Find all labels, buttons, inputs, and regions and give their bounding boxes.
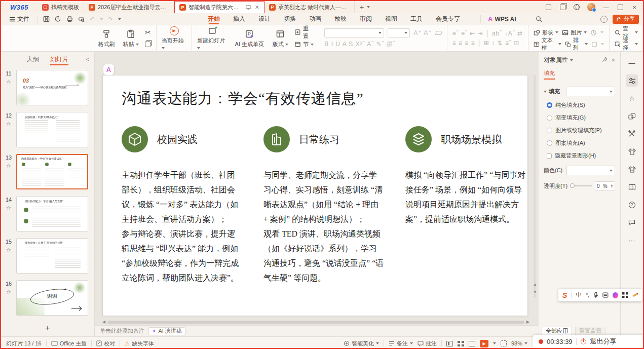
picture-button[interactable]: 图片 [562, 28, 587, 37]
slideshow-play-button[interactable]: ▶ [480, 340, 488, 347]
smart-beautify-button[interactable]: 智能美化 [344, 340, 379, 347]
transparency-slider[interactable] [571, 185, 592, 186]
column-body-campus[interactable]: 主动担任学生干部（班长、社团部长），组织班级活动、社团会议，锻炼 “一对多” 表… [122, 168, 242, 285]
paste-caret-icon[interactable] [136, 44, 139, 46]
tab-tools[interactable]: 工具 [410, 13, 423, 25]
apps-grid-icon[interactable] [622, 292, 628, 298]
skin-icon[interactable] [613, 292, 619, 298]
section-button[interactable]: 节 [294, 40, 314, 49]
vertical-scrollbar[interactable] [533, 75, 537, 298]
design-clothes-icon[interactable] [626, 145, 638, 158]
comment-bubble-icon[interactable] [626, 216, 638, 228]
fill-tab[interactable]: 填充 [544, 69, 555, 80]
ai-generate-page-button[interactable]: P AI 生成单页 [233, 27, 266, 50]
file-menu[interactable]: 文件 [5, 15, 33, 23]
cut-button[interactable]: ✂ [145, 28, 151, 37]
close-button[interactable]: × [631, 4, 638, 11]
column-head-daily[interactable]: 日常练习 [263, 126, 384, 152]
exit-share-button[interactable]: 退出分享 [590, 337, 617, 346]
window-stack-icon[interactable] [559, 4, 566, 11]
search-icon[interactable] [536, 16, 542, 22]
workspace-icon[interactable] [545, 4, 552, 11]
section-expand-caret-icon[interactable] [544, 91, 547, 93]
reset-background-button[interactable]: 重置背景 [575, 327, 605, 335]
slide-canvas[interactable]: 沟通表达能力：学会“有效传递信息” 校园实践 日常练习 [102, 75, 528, 316]
shapes-button[interactable]: 形状 [534, 28, 558, 37]
arrange-button[interactable]: 排列 [565, 40, 588, 49]
outline-tab[interactable]: 大纲 [27, 52, 39, 67]
pin-icon[interactable] [602, 57, 608, 62]
tab-pptx-2[interactable]: P 承英烈之志 做时代新人——红色故 [264, 1, 355, 13]
chinese-mode-icon[interactable]: 中 [576, 291, 582, 299]
tab-insert[interactable]: 插入 [233, 13, 245, 25]
panel-title-caret-icon[interactable] [570, 59, 573, 61]
find-button[interactable]: 查找 [615, 28, 638, 37]
tab-animation[interactable]: 动画 [309, 13, 321, 25]
punctuation-icon[interactable]: °, [586, 292, 589, 298]
slide-thumb-14[interactable]: 14 ☆ 团队协作能力：学会“融入与合作” [1, 196, 94, 231]
tab-pptx-1[interactable]: P 2026届毕业生就业指导云服务.pptx [84, 1, 174, 13]
color-combo[interactable] [566, 166, 615, 175]
toolbox-icon[interactable] [632, 292, 638, 298]
sogou-logo-icon[interactable]: S [562, 291, 567, 299]
column-head-campus[interactable]: 校园实践 [122, 126, 242, 152]
slides-tab[interactable]: 幻灯片 [50, 52, 68, 67]
missing-font-warning[interactable]: ⚠ 缺失字体 [125, 340, 154, 347]
reading-view-icon[interactable] [469, 341, 475, 346]
slide-thumb-13-selected[interactable]: 13 ☆ 沟通表达能力：学会“有效传递信息” [1, 154, 94, 189]
tab-design[interactable]: 设计 [258, 13, 271, 25]
beautify-clothes-icon[interactable] [626, 163, 638, 175]
spinner-icons[interactable]: ▲▼ [611, 184, 613, 188]
column-body-daily[interactable]: 与同学、老师定期交流，分享学习心得、实习感悟，刻意训练 “清晰表达观点”（如用 … [263, 168, 384, 285]
clipboard-panel-icon[interactable] [602, 292, 609, 298]
column-body-workplace[interactable]: 模拟 “向领导汇报工作” “与同事对接任务” 场景，例如 “如何向领导说明项目延… [405, 168, 526, 285]
minimize-button[interactable]: — [602, 4, 610, 11]
redo-icon[interactable]: ↷ [108, 16, 113, 23]
grow-shrink-font-icons[interactable]: A⁺ A⁻ [413, 29, 432, 36]
option-solid-fill[interactable]: 纯色填充(S) [547, 101, 615, 109]
globe-icon[interactable] [573, 4, 580, 11]
format-painter-button[interactable]: 格式刷 [96, 27, 117, 50]
list-indent-icons[interactable]: ≡ˇ ≡ˇ ⇤ ⇥ │ abˇ ↓Aˇ ⇄ [452, 30, 523, 37]
collapse-strip-icon[interactable]: — [626, 57, 638, 69]
option-hide-background[interactable]: 隐藏背景图形(H) [547, 152, 615, 160]
undo-icon[interactable]: ↶ [90, 16, 95, 23]
zoom-level[interactable]: 98% [511, 340, 527, 346]
sogou-ime-toolbar[interactable]: S 中 °, [558, 289, 642, 301]
favorites-star-icon[interactable]: ☆ [626, 92, 638, 104]
collapse-panel-icon[interactable]: < [86, 56, 89, 62]
tab-home[interactable]: 开始 [208, 13, 220, 25]
help-icon[interactable]: ? [626, 199, 638, 211]
font-size-combo[interactable] [388, 28, 410, 37]
slide-sorter-view-icon[interactable] [458, 341, 464, 346]
all-apps-button[interactable]: 全部应用 [542, 327, 572, 335]
fill-preset-combo[interactable] [566, 87, 615, 96]
print-icon[interactable] [66, 16, 73, 22]
theme-button[interactable]: Office 主题 [51, 340, 87, 347]
tab-review[interactable]: 审阅 [360, 13, 372, 25]
new-slide-caret-icon[interactable] [197, 47, 200, 49]
play-caret-icon[interactable] [493, 342, 496, 344]
option-picture-fill[interactable]: 图片或纹理填充(P) [547, 127, 615, 134]
close-panel-icon[interactable]: × [612, 57, 615, 64]
user-avatar[interactable] [587, 3, 595, 11]
tools-icon[interactable] [626, 128, 638, 140]
slide-thumb-12[interactable]: 12 ☆ 实践锻炼：积累“职场实战力” [1, 112, 94, 147]
textbox-button[interactable]: 文本框 [534, 40, 561, 49]
restore-button[interactable] [617, 4, 624, 11]
print-preview-icon[interactable] [78, 16, 85, 22]
ai-speech-script-button[interactable]: ✦ AI 演讲稿 [148, 327, 185, 335]
undo-caret-icon[interactable] [100, 18, 103, 20]
close-tab-icon[interactable]: ✕ [255, 4, 259, 11]
slide-thumb-15[interactable]: 15 ☆ 能力展示：让雇主“看到你的优势” [1, 238, 94, 274]
option-pattern-fill[interactable]: 图案填充(A) [547, 139, 615, 147]
layout-caret-icon[interactable] [285, 44, 288, 46]
tab-pptx-active[interactable]: P 智能制造学院第六周“安全+ ✕ [174, 1, 264, 13]
tab-docer-template[interactable]: 找稿壳模板 [37, 1, 84, 13]
normal-view-icon[interactable] [446, 341, 453, 346]
layout-button[interactable]: 版式 [270, 27, 290, 50]
more-icon[interactable]: ··· [626, 234, 638, 246]
option-gradient-fill[interactable]: 渐变填充(G) [547, 114, 615, 122]
alignment-icons[interactable]: ≡ ≡ ≡ ≡ │ ⊞ ↕ ⇅ ≡ˇ ⊡ [452, 40, 520, 47]
select-button[interactable]: 选择 [615, 40, 638, 49]
